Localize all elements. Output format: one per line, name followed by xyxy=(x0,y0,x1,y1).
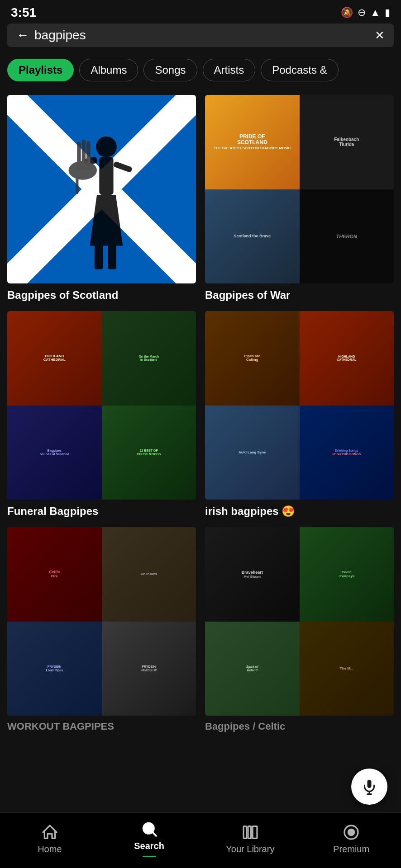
tab-playlists[interactable]: Playlists xyxy=(7,59,74,81)
cover-workout-q3: PRYDEIN Loud Pipes xyxy=(7,622,102,716)
svg-rect-13 xyxy=(86,141,90,170)
cover-irish-bagpipes: Pipes are Calling HIGHLAND CATHEDRAL Aul… xyxy=(205,311,394,500)
playlist-title-funeral: Funeral Bagpipes xyxy=(7,504,196,518)
mic-button[interactable] xyxy=(351,769,387,805)
search-input[interactable] xyxy=(34,28,369,42)
cover-workout-bagpipes: Celtic Fire Unknown PRYDEIN Loud Pipes P… xyxy=(7,527,196,716)
cover-war-q3: Scotland the Brave xyxy=(205,189,300,284)
nav-library-label: Your Library xyxy=(226,844,274,854)
clear-search-button[interactable]: ✕ xyxy=(375,28,385,42)
cover-celtic-q4: The M... xyxy=(300,622,394,716)
cover-irish-q3: Auld Lang Syne xyxy=(205,406,300,500)
cover-war-q2: FalkenbachTiurida xyxy=(300,95,394,189)
status-time: 3:51 xyxy=(11,5,36,20)
cover-celtic-q1: Braveheart Mel Gibson xyxy=(205,527,300,622)
cover-bagpipes-of-war: PRIDE OF SCOTLAND THE GREATEST SCOTTISH … xyxy=(205,95,394,283)
playlist-funeral-bagpipes[interactable]: HIGHLAND CATHEDRAL On the March in Scotl… xyxy=(7,311,196,518)
nav-active-indicator xyxy=(143,856,156,857)
svg-point-3 xyxy=(96,137,117,157)
cover-bagpipes-celtic: Braveheart Mel Gibson Celtic Journeys Sp… xyxy=(205,527,394,716)
cover-war-q1: PRIDE OF SCOTLAND THE GREATEST SCOTTISH … xyxy=(205,95,300,189)
battery-icon: ▮ xyxy=(385,7,390,19)
svg-rect-20 xyxy=(248,826,251,838)
cover-funeral-q4: 12 BEST OF CELTIC MOODS xyxy=(102,406,196,500)
cover-funeral-q2: On the March in Scotland xyxy=(102,311,196,406)
back-button[interactable]: ← xyxy=(16,28,29,42)
svg-rect-21 xyxy=(253,826,257,838)
cover-workout-q1: Celtic Fire xyxy=(7,527,102,622)
nav-search[interactable]: Search xyxy=(127,820,172,857)
cover-irish-q1: Pipes are Calling xyxy=(205,311,300,406)
playlist-bagpipes-of-scotland[interactable]: Bagpipes of Scotland xyxy=(7,95,196,302)
svg-rect-4 xyxy=(99,157,113,195)
svg-rect-7 xyxy=(108,243,116,269)
playlist-bagpipes-of-war[interactable]: PRIDE OF SCOTLAND THE GREATEST SCOTTISH … xyxy=(205,95,394,302)
playlist-title-war: Bagpipes of War xyxy=(205,288,394,302)
svg-rect-15 xyxy=(368,780,372,788)
nav-home-label: Home xyxy=(38,844,62,854)
cover-bagpipes-of-scotland xyxy=(7,95,196,283)
tab-artists[interactable]: Artists xyxy=(203,59,256,81)
nav-home[interactable]: Home xyxy=(27,823,72,854)
cover-celtic-q3: Spirit of Ireland xyxy=(205,622,300,716)
results-grid: Bagpipes of Scotland PRIDE OF SCOTLAND T… xyxy=(0,90,401,778)
nav-library[interactable]: Your Library xyxy=(226,823,274,854)
mute-icon: 🔕 xyxy=(341,7,353,19)
playlist-bagpipes-celtic[interactable]: Braveheart Mel Gibson Celtic Journeys Sp… xyxy=(205,527,394,733)
cover-war-q4: THERON xyxy=(300,189,394,284)
svg-rect-6 xyxy=(95,243,103,269)
cover-funeral-bagpipes: HIGHLAND CATHEDRAL On the March in Scotl… xyxy=(7,311,196,500)
tab-podcasts[interactable]: Podcasts & xyxy=(261,59,338,81)
cover-workout-q4: PRYDEIN HEADS UP xyxy=(102,622,196,716)
nav-premium[interactable]: Premium xyxy=(329,823,374,854)
playlist-title-scotland: Bagpipes of Scotland xyxy=(7,288,196,302)
cover-irish-q2: HIGHLAND CATHEDRAL xyxy=(300,311,394,406)
svg-point-23 xyxy=(348,828,355,836)
cover-celtic-q2: Celtic Journeys xyxy=(300,527,394,622)
nav-search-label: Search xyxy=(134,841,164,851)
cover-irish-q4: Drinking Songs IRISH PUB SONGS xyxy=(300,406,394,500)
filter-tabs: Playlists Albums Songs Artists Podcasts … xyxy=(0,54,401,90)
playlist-workout-bagpipes[interactable]: Celtic Fire Unknown PRYDEIN Loud Pipes P… xyxy=(7,527,196,733)
svg-rect-14 xyxy=(76,175,78,194)
playlist-title-celtic: Bagpipes / Celtic xyxy=(205,720,394,733)
svg-rect-12 xyxy=(82,140,86,170)
playlist-irish-bagpipes[interactable]: Pipes are Calling HIGHLAND CATHEDRAL Aul… xyxy=(205,311,394,518)
tab-albums[interactable]: Albums xyxy=(79,59,138,81)
search-bar: ← ✕ xyxy=(7,24,394,47)
tab-songs[interactable]: Songs xyxy=(143,59,197,81)
wifi-icon: ▲ xyxy=(370,7,380,19)
cover-funeral-q1: HIGHLAND CATHEDRAL xyxy=(7,311,102,406)
svg-rect-11 xyxy=(77,142,81,170)
status-bar: 3:51 🔕 ⊖ ▲ ▮ xyxy=(0,0,401,24)
playlist-title-irish: irish bagpipes 😍 xyxy=(205,504,394,518)
nav-premium-label: Premium xyxy=(333,844,369,854)
bottom-nav: Home Search Your Library Premium xyxy=(0,812,401,868)
svg-rect-19 xyxy=(243,826,247,838)
cover-funeral-q3: Bagpipes Sounds of Scotland xyxy=(7,406,102,500)
dnd-icon: ⊖ xyxy=(358,7,366,19)
status-icons: 🔕 ⊖ ▲ ▮ xyxy=(341,7,390,19)
playlist-title-workout: WORKOUT BAGPIPES xyxy=(7,720,196,733)
cover-workout-q2: Unknown xyxy=(102,527,196,622)
